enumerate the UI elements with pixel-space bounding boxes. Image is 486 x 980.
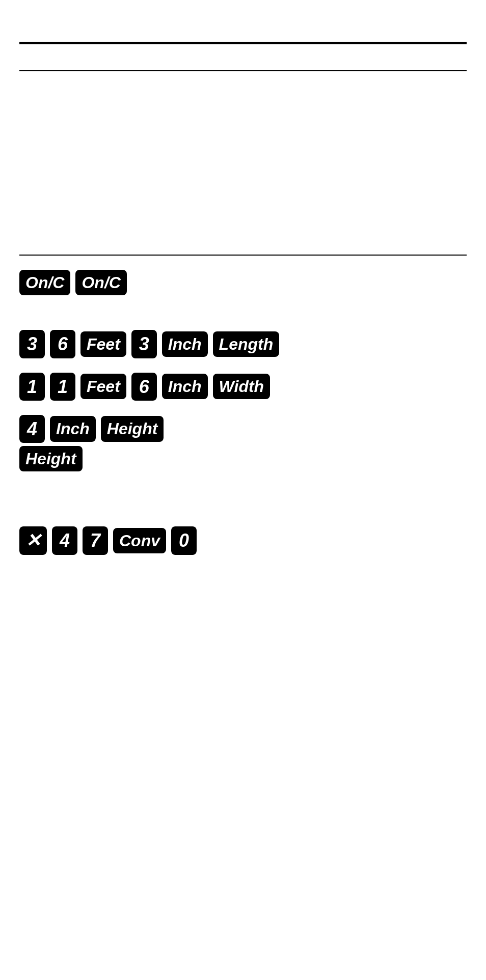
height-label-key[interactable]: Height [101, 416, 164, 441]
length-6-key[interactable]: 6 [50, 330, 75, 358]
length-feet-key[interactable]: Feet [80, 331, 126, 357]
width-feet-key[interactable]: Feet [80, 374, 126, 399]
on-c-button-2[interactable]: On/C [75, 270, 126, 295]
width-row: 1 1 Feet 6 Inch Width [19, 373, 467, 401]
conv-key[interactable]: Conv [113, 528, 166, 553]
length-3-key[interactable]: 3 [19, 330, 45, 358]
height-inch-key[interactable]: Inch [50, 416, 96, 441]
top-thin-line [19, 70, 467, 71]
on-c-button-1[interactable]: On/C [19, 270, 70, 295]
height-4-key[interactable]: 4 [19, 415, 45, 443]
result-7-key[interactable]: 7 [83, 526, 108, 554]
width-label-key[interactable]: Width [213, 374, 271, 399]
result-row: ✕ 4 7 Conv 0 [19, 526, 467, 554]
width-1-key[interactable]: 1 [19, 373, 45, 401]
multiply-key[interactable]: ✕ [19, 526, 47, 554]
height-row-2: Height [19, 446, 467, 471]
width-inch-key[interactable]: Inch [162, 374, 208, 399]
content-area: On/C On/C 3 6 Feet 3 Inch Length 1 1 Fee… [19, 270, 467, 569]
length-label-key[interactable]: Length [213, 331, 280, 357]
on-c-row: On/C On/C [19, 270, 467, 295]
middle-separator-line [19, 255, 467, 256]
length-3b-key[interactable]: 3 [131, 330, 157, 358]
width-6-key[interactable]: 6 [131, 373, 157, 401]
height-row-1: 4 Inch Height [19, 415, 467, 443]
width-1b-key[interactable]: 1 [50, 373, 75, 401]
result-0-key[interactable]: 0 [171, 526, 197, 554]
length-row: 3 6 Feet 3 Inch Length [19, 330, 467, 358]
height-label-key-2[interactable]: Height [19, 446, 83, 471]
result-4-key[interactable]: 4 [52, 526, 77, 554]
top-thick-line [19, 42, 467, 44]
length-inch-key[interactable]: Inch [162, 331, 208, 357]
